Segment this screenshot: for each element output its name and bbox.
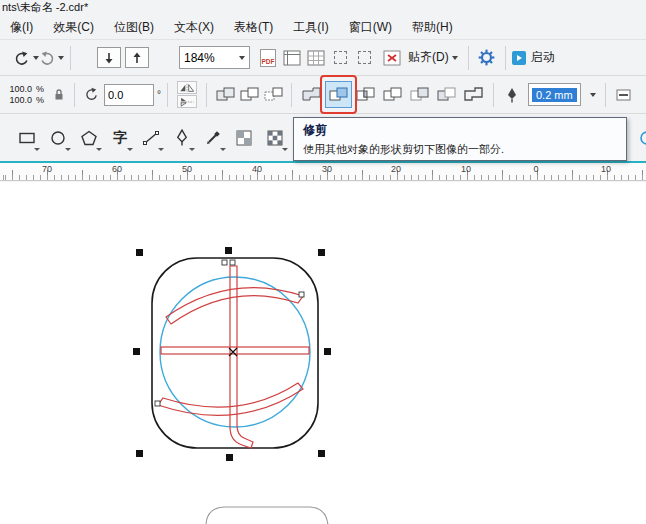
back-minus-front-button[interactable]: [433, 82, 460, 108]
lock-ratio-button[interactable]: [50, 82, 68, 108]
publish-pdf-button[interactable]: PDF: [256, 45, 280, 71]
ruler-tick-label: 40: [252, 164, 262, 174]
snap-to-dropdown[interactable]: 贴齐(D): [408, 49, 458, 66]
import-button[interactable]: [97, 47, 121, 68]
separator: [167, 83, 168, 107]
trim-icon: [329, 87, 348, 102]
chevron-down-icon: [189, 148, 195, 151]
fill-tool[interactable]: [260, 123, 290, 153]
eyedropper-tool[interactable]: [198, 123, 228, 153]
outline-width-combobox[interactable]: 0.2 mm: [528, 83, 581, 106]
launch-button[interactable]: 启动: [512, 45, 555, 71]
group-button[interactable]: [237, 82, 261, 108]
show-rulers-button[interactable]: [280, 45, 304, 71]
intersect-button[interactable]: [352, 82, 379, 108]
freehand-tool[interactable]: [136, 123, 166, 153]
ruler-tick-label: 60: [112, 164, 122, 174]
show-grid-button[interactable]: [304, 45, 328, 71]
polygon-tool[interactable]: [74, 123, 104, 153]
text-tool[interactable]: 字: [105, 123, 135, 153]
interactive-fill-tool[interactable]: [632, 123, 646, 153]
degree-label: °: [157, 89, 161, 100]
menu-item-table[interactable]: 表格(T): [224, 15, 283, 40]
ruler-tick-label: 20: [391, 164, 401, 174]
rulers-icon: [283, 50, 301, 66]
outline-settings-button[interactable]: [612, 82, 636, 108]
menu-item-tools[interactable]: 工具(I): [283, 15, 338, 40]
outline-width-dropdown-button[interactable]: [585, 82, 599, 108]
rotation-button[interactable]: [81, 82, 101, 108]
separator: [605, 83, 606, 107]
rounded-square-shape[interactable]: [152, 258, 318, 448]
selection-handle[interactable]: [133, 348, 140, 355]
selection-handle[interactable]: [318, 450, 325, 457]
combine-button[interactable]: [213, 82, 237, 108]
zoom-level-combobox[interactable]: [179, 46, 250, 69]
standard-toolbar: PDF 贴齐(D): [0, 40, 646, 76]
selection-handle[interactable]: [318, 249, 325, 256]
drawing-layer[interactable]: [0, 180, 646, 524]
menu-item-window[interactable]: 窗口(W): [339, 15, 402, 40]
ungroup-icon: [264, 87, 283, 102]
separator: [206, 83, 207, 107]
ruler-tick-label: 0: [533, 164, 538, 174]
rotation-field[interactable]: [104, 84, 154, 106]
outline-width-value: 0.2 mm: [532, 88, 577, 102]
rotation-input[interactable]: [108, 89, 150, 101]
pen-tool[interactable]: [167, 123, 197, 153]
selection-handle[interactable]: [324, 348, 331, 355]
canvas[interactable]: [0, 182, 646, 524]
menu-item-effects[interactable]: 效果(C): [43, 15, 104, 40]
horizontal-ruler[interactable]: 70 60 50 40 30 20 10 0 10: [0, 163, 646, 181]
menu-item-help[interactable]: 帮助(H): [402, 15, 463, 40]
launch-icon: [512, 51, 526, 65]
scale-v-field[interactable]: 100.0: [4, 95, 32, 106]
ungroup-button[interactable]: [261, 82, 285, 108]
show-bleed-button[interactable]: [352, 48, 376, 68]
show-page-border-button[interactable]: [328, 48, 352, 68]
node-handle[interactable]: [299, 292, 304, 297]
separator: [70, 46, 71, 70]
node-handle[interactable]: [222, 260, 227, 265]
node-handle[interactable]: [230, 260, 235, 265]
rectangle-tool[interactable]: [12, 123, 42, 153]
selection-handle[interactable]: [226, 454, 233, 461]
intersect-icon: [356, 87, 375, 102]
create-boundary-button[interactable]: [460, 82, 487, 108]
eyedropper-icon: [205, 130, 221, 146]
fullscreen-preview-button[interactable]: [380, 45, 404, 71]
selection-handle[interactable]: [136, 249, 143, 256]
menu-item-image[interactable]: 像(I): [0, 15, 43, 40]
mirror-horizontal-button[interactable]: [177, 81, 197, 94]
chevron-down-icon: [34, 148, 40, 151]
menu-item-bitmaps[interactable]: 位图(B): [104, 15, 164, 40]
weld-button[interactable]: [298, 82, 325, 108]
simplify-button[interactable]: [379, 82, 406, 108]
selection-handle[interactable]: [136, 450, 143, 457]
import-icon: [103, 52, 115, 64]
trim-button[interactable]: [325, 81, 352, 108]
undo-button[interactable]: [14, 45, 39, 71]
front-minus-back-button[interactable]: [406, 82, 433, 108]
chevron-down-icon: [282, 148, 288, 151]
combine-icon: [216, 87, 235, 102]
ellipse-tool[interactable]: [43, 123, 73, 153]
menu-item-text[interactable]: 文本(X): [164, 15, 224, 40]
node-handle[interactable]: [155, 401, 160, 406]
scale-h-field[interactable]: 100.0: [4, 84, 32, 95]
export-button[interactable]: [125, 47, 149, 68]
chevron-down-icon: [127, 148, 133, 151]
selection-handle[interactable]: [225, 247, 232, 254]
outline-pen-button[interactable]: [500, 82, 524, 108]
bezier-pen-icon: [174, 129, 190, 146]
mirror-vertical-button[interactable]: [177, 95, 197, 108]
zoom-input[interactable]: [184, 51, 236, 65]
weld-icon: [302, 87, 321, 102]
tooltip-description: 使用其他对象的形状剪切下图像的一部分.: [303, 142, 617, 157]
snap-label: 贴齐(D): [408, 49, 449, 66]
vertical-line-shape[interactable]: [230, 266, 253, 448]
transparency-tool[interactable]: [229, 123, 259, 153]
options-button[interactable]: [475, 45, 499, 71]
tooltip: 修剪 使用其他对象的形状剪切下图像的一部分.: [293, 117, 627, 161]
redo-button[interactable]: [39, 45, 64, 71]
